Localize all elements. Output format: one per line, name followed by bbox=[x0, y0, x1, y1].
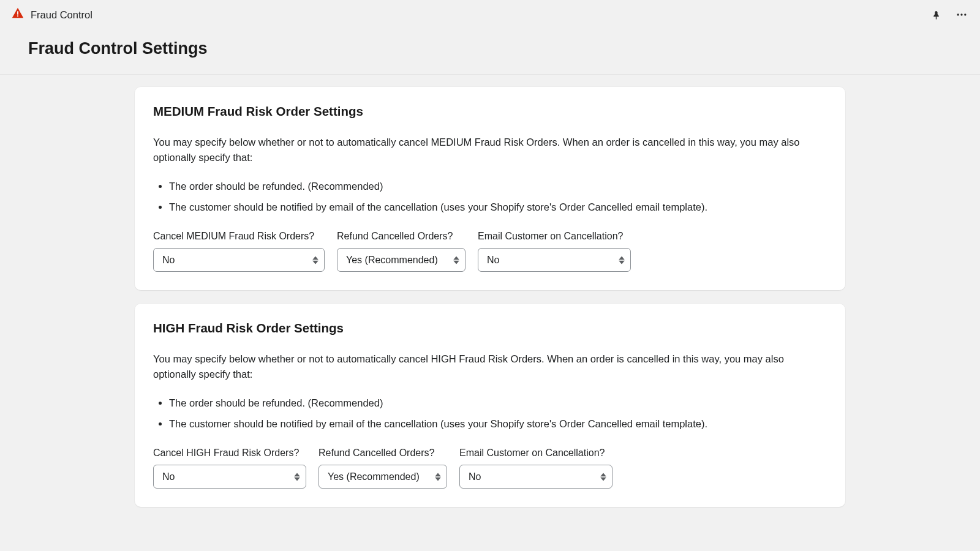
medium-cancel-control: Cancel MEDIUM Fraud Risk Orders? No bbox=[153, 231, 325, 272]
medium-refund-select-wrap: Yes (Recommended) bbox=[337, 248, 466, 272]
high-risk-card: HIGH Fraud Risk Order Settings You may s… bbox=[135, 304, 845, 507]
medium-email-label: Email Customer on Cancellation? bbox=[478, 231, 631, 242]
list-item: The customer should be notified by email… bbox=[169, 416, 827, 432]
high-cancel-control: Cancel HIGH Fraud Risk Orders? No bbox=[153, 448, 306, 489]
high-email-label: Email Customer on Cancellation? bbox=[459, 448, 612, 459]
svg-point-3 bbox=[960, 13, 962, 15]
more-horizontal-icon[interactable] bbox=[954, 7, 969, 22]
high-controls-row: Cancel HIGH Fraud Risk Orders? No Refund… bbox=[153, 448, 827, 489]
svg-point-4 bbox=[964, 13, 966, 15]
high-refund-select[interactable]: Yes (Recommended) bbox=[318, 465, 447, 489]
medium-refund-control: Refund Cancelled Orders? Yes (Recommende… bbox=[337, 231, 466, 272]
svg-rect-1 bbox=[17, 15, 18, 17]
medium-email-control: Email Customer on Cancellation? No bbox=[478, 231, 631, 272]
high-refund-control: Refund Cancelled Orders? Yes (Recommende… bbox=[318, 448, 447, 489]
svg-rect-0 bbox=[17, 11, 18, 14]
page-header: Fraud Control Settings bbox=[0, 29, 980, 75]
pin-icon[interactable] bbox=[929, 7, 943, 22]
high-email-select-wrap: No bbox=[459, 465, 612, 489]
list-item: The customer should be notified by email… bbox=[169, 200, 827, 215]
svg-point-2 bbox=[957, 13, 959, 15]
medium-email-select[interactable]: No bbox=[478, 248, 631, 272]
high-email-control: Email Customer on Cancellation? No bbox=[459, 448, 612, 489]
medium-cancel-label: Cancel MEDIUM Fraud Risk Orders? bbox=[153, 231, 325, 242]
content-area: MEDIUM Fraud Risk Order Settings You may… bbox=[0, 75, 980, 531]
topbar-left: Fraud Control bbox=[11, 7, 92, 23]
medium-risk-title: MEDIUM Fraud Risk Order Settings bbox=[153, 104, 827, 119]
high-cancel-select[interactable]: No bbox=[153, 465, 306, 489]
medium-refund-select[interactable]: Yes (Recommended) bbox=[337, 248, 466, 272]
medium-cancel-select-wrap: No bbox=[153, 248, 325, 272]
high-risk-title: HIGH Fraud Risk Order Settings bbox=[153, 321, 827, 335]
medium-refund-label: Refund Cancelled Orders? bbox=[337, 231, 466, 242]
high-cancel-select-wrap: No bbox=[153, 465, 306, 489]
medium-risk-description: You may specify below whether or not to … bbox=[153, 135, 827, 165]
high-email-select[interactable]: No bbox=[459, 465, 612, 489]
medium-risk-card: MEDIUM Fraud Risk Order Settings You may… bbox=[135, 87, 845, 290]
app-title: Fraud Control bbox=[31, 9, 92, 21]
high-risk-description: You may specify below whether or not to … bbox=[153, 351, 827, 382]
topbar-right bbox=[929, 7, 969, 22]
high-refund-select-wrap: Yes (Recommended) bbox=[318, 465, 447, 489]
high-refund-label: Refund Cancelled Orders? bbox=[318, 448, 447, 459]
medium-email-select-wrap: No bbox=[478, 248, 631, 272]
page-title: Fraud Control Settings bbox=[28, 39, 952, 58]
medium-risk-bullets: The order should be refunded. (Recommend… bbox=[153, 179, 827, 216]
alert-triangle-icon bbox=[11, 7, 24, 23]
medium-cancel-select[interactable]: No bbox=[153, 248, 325, 272]
medium-controls-row: Cancel MEDIUM Fraud Risk Orders? No Refu… bbox=[153, 231, 827, 272]
high-risk-bullets: The order should be refunded. (Recommend… bbox=[153, 395, 827, 432]
list-item: The order should be refunded. (Recommend… bbox=[169, 395, 827, 411]
high-cancel-label: Cancel HIGH Fraud Risk Orders? bbox=[153, 448, 306, 459]
topbar: Fraud Control bbox=[0, 0, 980, 29]
list-item: The order should be refunded. (Recommend… bbox=[169, 179, 827, 194]
